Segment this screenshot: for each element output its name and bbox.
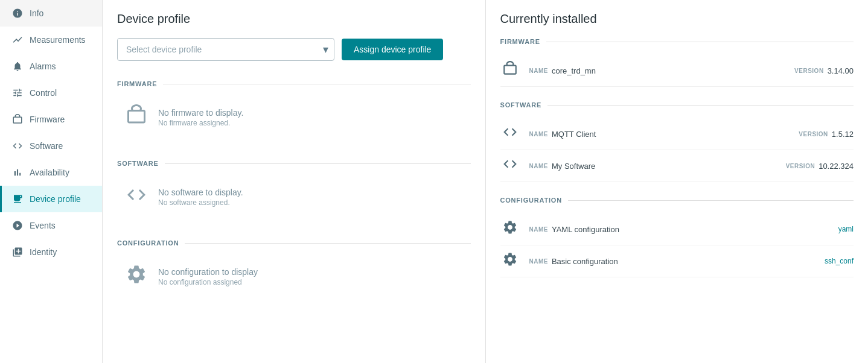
left-firmware-empty-title: No firmware to display. [158,108,243,118]
firmware-empty-icon [124,104,148,131]
config-name-value-0: YAML configuration [552,225,619,234]
firmware-item-icon-0 [500,61,520,80]
profile-select[interactable]: Select device profile [117,38,334,61]
config-tag-0: yaml [838,225,854,233]
left-software-empty-text: No software to display. No software assi… [158,188,243,207]
config-tag-1: ssh_conf [825,257,854,265]
sidebar-item-firmware[interactable]: Firmware [0,106,102,133]
software-version-label-0: VERSION [799,131,828,137]
sidebar-item-measurements[interactable]: Measurements [0,27,102,53]
sidebar-item-info[interactable]: Info [0,0,102,27]
right-firmware-header: FIRMWARE [500,38,854,45]
sidebar-item-events-label: Events [30,221,56,230]
software-name-value-1: My Software [552,162,595,171]
software-version-0: VERSION 1.5.12 [799,130,854,139]
chart-icon [11,34,24,46]
software-item-meta-1: NAME My Software [529,162,776,171]
sidebar-item-device-profile-label: Device profile [30,194,81,204]
config-tag-wrapper-0: yaml [838,225,854,233]
configuration-empty-icon [124,264,148,290]
sidebar-item-control-label: Control [30,88,57,98]
sidebar-item-alarms-label: Alarms [30,62,56,71]
left-software-empty-sub: No software assigned. [158,198,243,207]
left-firmware-divider [163,84,470,84]
software-version-1: VERSION 10.22.324 [786,162,854,171]
left-firmware-empty-text: No firmware to display. No firmware assi… [158,108,243,127]
sidebar-item-availability[interactable]: Availability [0,159,102,186]
control-icon [11,87,24,99]
config-item-icon-0 [500,219,520,239]
sidebar-item-device-profile[interactable]: Device profile [0,186,102,212]
right-firmware-divider [546,42,854,42]
config-tag-wrapper-1: ssh_conf [825,257,854,265]
right-configuration-header: CONFIGURATION [500,197,854,204]
left-software-empty: No software to display. No software assi… [117,177,471,225]
software-name-label-0: NAME [529,131,548,137]
software-version-value-0: 1.5.12 [832,130,854,139]
software-item-icon-0 [500,124,520,144]
software-item-0: NAME MQTT Client VERSION 1.5.12 [500,118,854,150]
left-software-empty-title: No software to display. [158,188,243,197]
config-item-meta-0: NAME YAML configuration [529,225,829,234]
left-firmware-label: FIRMWARE [117,80,157,87]
left-firmware-header: FIRMWARE [117,80,471,87]
software-version-label-1: VERSION [786,163,815,169]
sidebar-item-info-label: Info [30,8,43,18]
firmware-version-value-0: 3.14.00 [828,66,854,75]
info-icon [11,7,24,19]
firmware-name-value-0: core_trd_mn [552,66,596,75]
left-panel: Device profile Select device profile ▾ A… [103,0,486,363]
software-icon [11,140,24,152]
left-configuration-header: CONFIGURATION [117,239,471,247]
left-software-header: SOFTWARE [117,160,471,167]
config-name-value-1: Basic configuration [552,257,618,266]
right-configuration-divider [568,200,854,201]
sidebar-item-software[interactable]: Software [0,133,102,159]
left-configuration-empty-sub: No configuration assigned [158,278,258,286]
right-configuration-label: CONFIGURATION [500,197,562,204]
firmware-item-meta-0: NAME core_trd_mn [529,66,785,75]
left-configuration-empty-title: No configuration to display [158,267,258,277]
config-item-meta-1: NAME Basic configuration [529,257,815,266]
right-software-divider [547,105,854,106]
right-software-label: SOFTWARE [500,101,542,109]
sidebar-item-software-label: Software [30,141,63,151]
left-configuration-divider [185,243,470,244]
right-panel: Currently installed FIRMWARE NAME core_t… [486,0,869,363]
device-profile-title: Device profile [117,12,471,26]
identity-icon [11,246,24,258]
bell-icon [11,60,24,72]
left-configuration-label: CONFIGURATION [117,239,179,247]
sidebar-item-control[interactable]: Control [0,80,102,106]
left-configuration-empty: No configuration to display No configura… [117,256,471,305]
left-software-label: SOFTWARE [117,160,159,167]
sidebar-item-alarms[interactable]: Alarms [0,53,102,80]
sidebar-item-measurements-label: Measurements [30,35,86,45]
sidebar-item-identity[interactable]: Identity [0,239,102,265]
firmware-icon [11,113,24,125]
assign-device-profile-button[interactable]: Assign device profile [342,39,443,60]
left-firmware-empty: No firmware to display. No firmware assi… [117,97,471,145]
config-item-icon-1 [500,251,520,271]
right-configuration-section: CONFIGURATION NAME YAML configuration ya… [500,197,854,277]
firmware-name-label-0: NAME [529,68,548,74]
software-item-meta-0: NAME MQTT Client [529,130,790,139]
availability-icon [11,166,24,178]
right-firmware-label: FIRMWARE [500,38,540,45]
sidebar-item-identity-label: Identity [30,247,57,257]
left-configuration-empty-text: No configuration to display No configura… [158,267,258,286]
device-profile-icon [11,193,24,205]
software-name-label-1: NAME [529,163,548,169]
events-icon [11,219,24,232]
left-firmware-empty-sub: No firmware assigned. [158,119,243,127]
software-empty-icon [124,184,148,210]
config-name-label-0: NAME [529,226,548,233]
software-item-1: NAME My Software VERSION 10.22.324 [500,150,854,182]
sidebar: Info Measurements Alarms Control Firmwar… [0,0,103,363]
currently-installed-title: Currently installed [500,12,854,26]
sidebar-item-events[interactable]: Events [0,212,102,239]
main-content: Device profile Select device profile ▾ A… [103,0,868,363]
sidebar-item-availability-label: Availability [30,168,69,177]
firmware-item-0: NAME core_trd_mn VERSION 3.14.00 [500,55,854,87]
left-configuration-section: CONFIGURATION No configuration to displa… [117,239,471,305]
